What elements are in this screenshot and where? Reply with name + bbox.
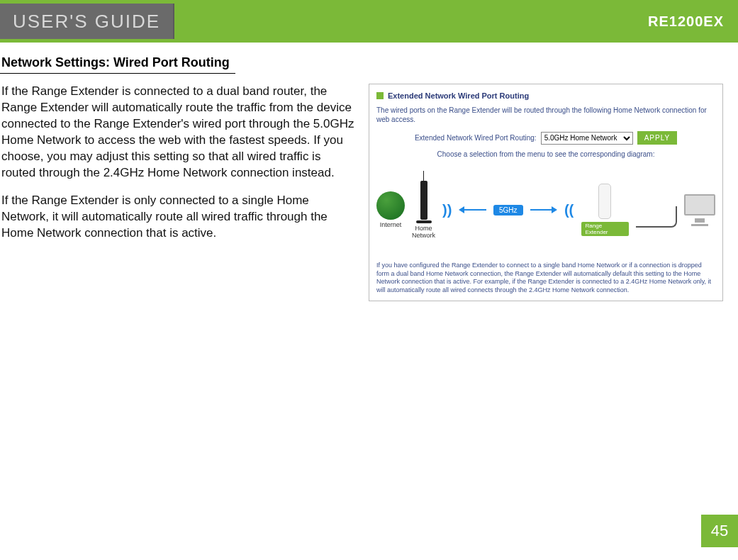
routing-select[interactable]: 5.0GHz Home Network xyxy=(541,132,633,145)
extender-badge: Range Extender xyxy=(581,222,629,236)
body-text: If the Range Extender is connected to a … xyxy=(1,84,356,252)
square-bullet-icon xyxy=(376,92,384,99)
router-icon xyxy=(420,181,427,220)
wired-line-icon xyxy=(636,206,677,228)
monitor-icon xyxy=(684,194,715,215)
internet-label: Internet xyxy=(380,221,402,228)
extender-icon xyxy=(598,184,611,219)
router-node: Home Network xyxy=(412,181,435,239)
home-network-label: Home Network xyxy=(412,225,435,239)
network-diagram: Internet Home Network )) 5GHz )) Range E… xyxy=(376,164,715,256)
arrow-left-icon xyxy=(459,206,486,213)
internet-node: Internet xyxy=(376,191,405,228)
globe-icon xyxy=(376,191,405,220)
wifi-wave-icon: )) xyxy=(442,202,452,218)
choose-instruction: Choose a selection from the menu to see … xyxy=(376,150,715,158)
model-label: RE1200EX xyxy=(648,13,724,30)
panel-description: The wired ports on the Range Extender wi… xyxy=(376,106,715,124)
panel-footer-text: If you have configured the Range Extende… xyxy=(376,262,715,295)
extender-node: Range Extender xyxy=(581,184,629,236)
page-number: 45 xyxy=(701,515,738,547)
band-badge: 5GHz xyxy=(493,205,523,215)
header-bar: USER'S GUIDE RE1200EX xyxy=(0,0,738,43)
section-title: Network Settings: Wired Port Routing xyxy=(0,55,235,74)
monitor-base-icon xyxy=(691,224,708,226)
settings-panel: Extended Network Wired Port Routing The … xyxy=(369,84,723,301)
paragraph-1: If the Range Extender is connected to a … xyxy=(1,84,356,181)
apply-button[interactable]: APPLY xyxy=(637,131,678,145)
routing-select-label: Extended Network Wired Port Routing: xyxy=(415,134,537,142)
wifi-wave-icon: )) xyxy=(564,202,574,218)
router-base-icon xyxy=(416,220,432,223)
paragraph-2: If the Range Extender is only connected … xyxy=(1,193,356,242)
monitor-stand-icon xyxy=(695,218,705,223)
guide-title: USER'S GUIDE xyxy=(0,4,174,39)
monitor-node xyxy=(684,194,715,226)
arrow-right-icon xyxy=(530,206,558,213)
panel-title: Extended Network Wired Port Routing xyxy=(388,91,529,100)
